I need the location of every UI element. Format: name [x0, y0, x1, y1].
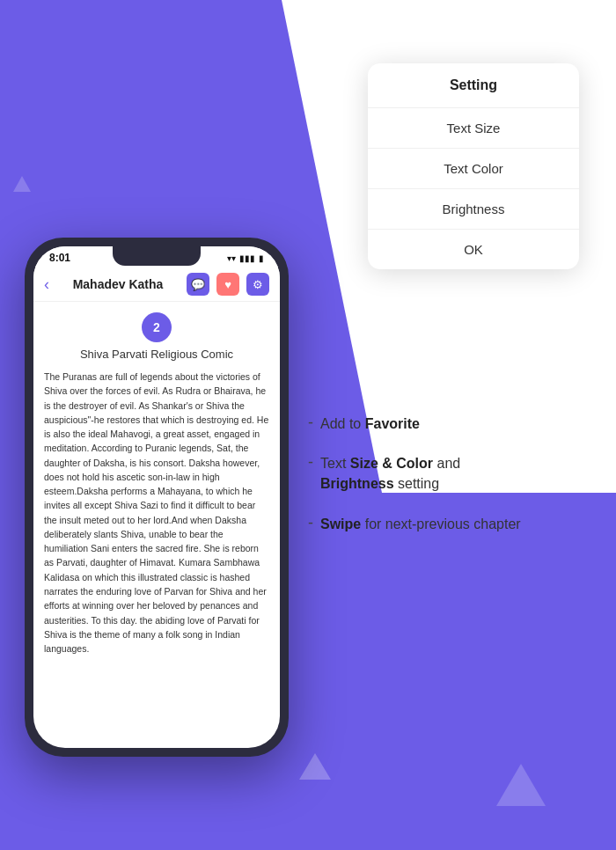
feature-bold-favorite: Favorite	[365, 416, 420, 431]
chapter-badge-container: 2	[33, 302, 280, 348]
feature-dash-1: -	[308, 414, 313, 432]
phone-mockup: 8:01 ▾▾ ▮▮▮ ▮ ‹ Mahadev Katha 💬 ♥ ⚙	[25, 238, 289, 757]
triangle-decoration-2	[13, 176, 31, 192]
feature-text-2: Text Size & Color and Brightness setting	[320, 453, 460, 494]
chat-icon[interactable]: 💬	[187, 273, 209, 296]
signal-icon: ▮▮▮	[239, 253, 255, 263]
feature-dash-2: -	[308, 453, 313, 472]
phone-notch	[113, 246, 201, 266]
battery-icon: ▮	[259, 253, 264, 263]
feature-text-3: Swipe for next-previous chapter	[320, 514, 521, 534]
triangle-decoration-6	[496, 764, 546, 806]
status-icons: ▾▾ ▮▮▮ ▮	[227, 253, 264, 263]
chapter-number-badge: 2	[142, 312, 172, 342]
feature-bold-brightness: Brightness	[320, 476, 394, 491]
triangle-decoration-5	[299, 753, 331, 780]
settings-text-size[interactable]: Text Size	[368, 108, 579, 149]
header-action-icons: 💬 ♥ ⚙	[187, 273, 269, 296]
feature-bold-swipe: Swipe	[320, 517, 361, 531]
back-button[interactable]: ‹	[44, 275, 49, 294]
feature-swipe: - Swipe for next-previous chapter	[308, 514, 598, 534]
status-time: 8:01	[49, 252, 70, 264]
settings-ok-button[interactable]: OK	[368, 230, 579, 269]
feature-favorite: - Add to Favorite	[308, 414, 598, 434]
settings-icon[interactable]: ⚙	[246, 273, 269, 296]
settings-text-color[interactable]: Text Color	[368, 149, 579, 189]
phone-screen: 8:01 ▾▾ ▮▮▮ ▮ ‹ Mahadev Katha 💬 ♥ ⚙	[33, 246, 280, 748]
triangle-decoration-4	[551, 334, 590, 368]
app-header: ‹ Mahadev Katha 💬 ♥ ⚙	[33, 267, 280, 302]
settings-popup: Setting Text Size Text Color Brightness …	[368, 63, 579, 269]
favorite-icon[interactable]: ♥	[216, 273, 239, 296]
settings-title: Setting	[368, 63, 579, 108]
feature-bold-size-color: Size & Color	[350, 456, 433, 471]
triangle-decoration-1	[479, 26, 510, 55]
feature-dash-3: -	[308, 514, 313, 532]
feature-text-1: Add to Favorite	[320, 414, 420, 434]
comic-content: The Puranas are full of legends about th…	[33, 370, 280, 666]
features-section: - Add to Favorite - Text Size & Color an…	[308, 414, 598, 553]
phone-outer-frame: 8:01 ▾▾ ▮▮▮ ▮ ‹ Mahadev Katha 💬 ♥ ⚙	[25, 238, 289, 757]
settings-brightness[interactable]: Brightness	[368, 189, 579, 230]
feature-text-settings: - Text Size & Color and Brightness setti…	[308, 453, 598, 494]
app-title: Mahadev Katha	[73, 277, 164, 291]
wifi-icon: ▾▾	[227, 253, 236, 263]
comic-title: Shiva Parvati Religious Comic	[33, 348, 280, 361]
